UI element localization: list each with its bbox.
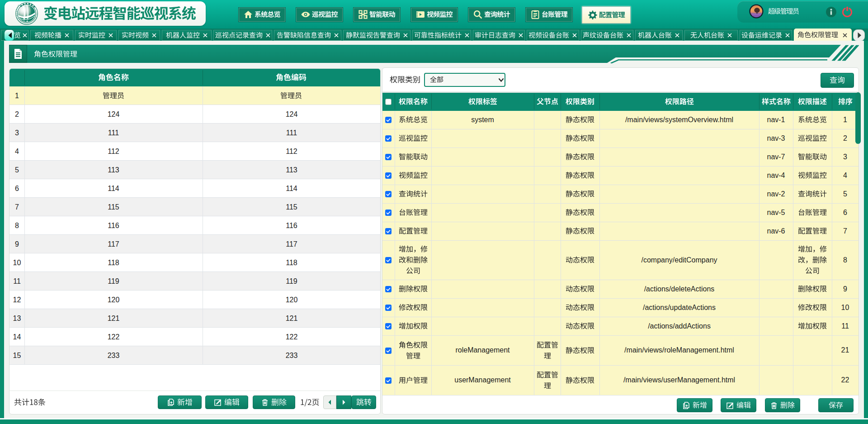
svg-text:S: S xyxy=(16,11,18,12)
svg-text:O: O xyxy=(15,13,17,14)
